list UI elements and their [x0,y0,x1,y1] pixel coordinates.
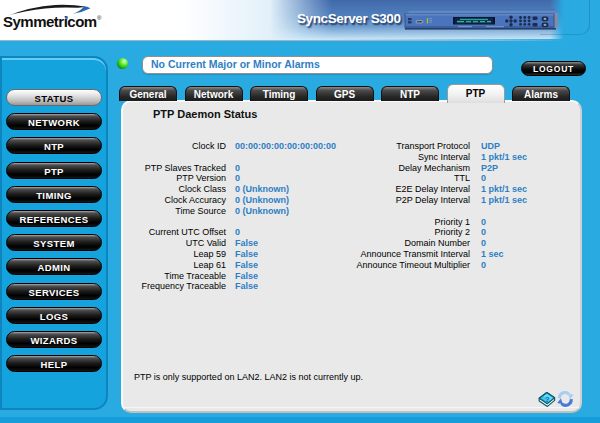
svg-text:?: ? [545,395,550,404]
